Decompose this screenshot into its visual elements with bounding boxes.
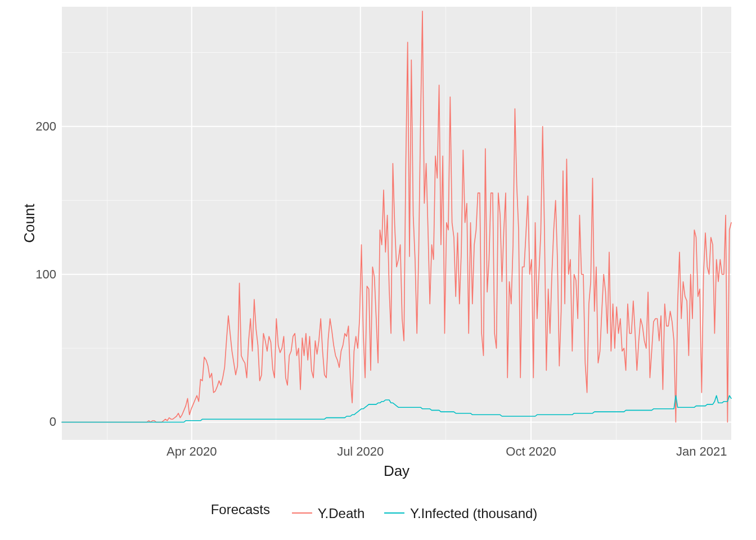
series-line: [62, 395, 731, 422]
legend-label-death: Y.Death: [318, 506, 365, 521]
y-tick-label: 100: [0, 267, 56, 282]
x-axis-title: Day: [62, 462, 731, 480]
y-axis-title: Count: [21, 204, 38, 242]
y-tick-label: 200: [0, 119, 56, 134]
legend-item-infected: Y.Infected (thousand): [384, 506, 537, 521]
legend-swatch-death: [292, 512, 312, 514]
legend-title: Forecasts: [211, 502, 270, 517]
plot-svg: [62, 7, 731, 440]
x-tick-label: Oct 2020: [506, 444, 556, 459]
chart-container: Count Day Forecasts Y.Death Y.Infected (…: [0, 0, 756, 540]
x-tick-label: Jan 2021: [676, 444, 727, 459]
gridlines: [62, 7, 731, 440]
plot-panel: [62, 7, 731, 440]
y-tick-label: 0: [0, 415, 56, 429]
x-tick-label: Apr 2020: [166, 444, 217, 459]
legend-swatch-infected: [384, 512, 404, 514]
legend-item-death: Y.Death: [292, 506, 365, 521]
series-group: [62, 11, 731, 422]
legend: Forecasts Y.Death Y.Infected (thousand): [0, 502, 756, 521]
legend-label-infected: Y.Infected (thousand): [410, 506, 537, 521]
x-tick-label: Jul 2020: [337, 444, 384, 459]
series-line: [62, 11, 731, 422]
